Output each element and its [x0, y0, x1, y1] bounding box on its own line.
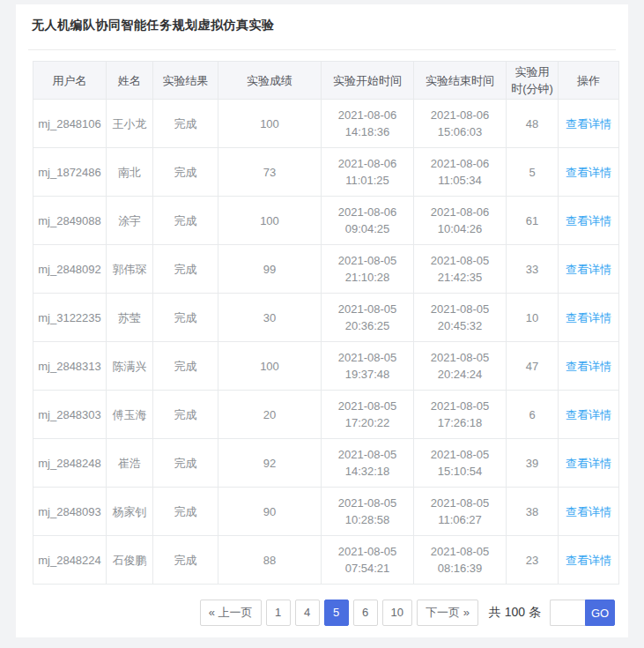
- table-row: mj_2848092 郭伟琛 完成 99 2021-08-05 21:10:28…: [33, 245, 619, 294]
- page-button[interactable]: 1: [266, 600, 291, 626]
- cell-score: 88: [218, 536, 322, 585]
- cell-name: 石俊鹏: [107, 536, 153, 585]
- cell-end-time: 2021-08-05 21:42:35: [414, 245, 507, 294]
- cell-minutes: 23: [507, 536, 559, 585]
- view-detail-link[interactable]: 查看详情: [566, 554, 611, 567]
- view-detail-link[interactable]: 查看详情: [566, 263, 611, 276]
- cell-result: 完成: [153, 439, 218, 488]
- cell-name: 郭伟琛: [107, 245, 153, 294]
- cell-score: 92: [218, 439, 322, 488]
- view-detail-link[interactable]: 查看详情: [566, 505, 611, 518]
- cell-score: 100: [218, 100, 322, 148]
- cell-end-time: 2021-08-05 20:24:24: [414, 342, 507, 391]
- cell-result: 完成: [153, 197, 218, 245]
- view-detail-link[interactable]: 查看详情: [566, 408, 611, 421]
- page-button[interactable]: 下一页 »: [417, 600, 478, 626]
- page-button[interactable]: 5: [324, 600, 349, 626]
- page-button[interactable]: 10: [382, 600, 412, 626]
- cell-username: mj_2848248: [33, 439, 107, 488]
- cell-end-time: 2021-08-05 20:45:32: [414, 294, 507, 342]
- header-row: 用户名 姓名 实验结果 实验成绩 实验开始时间 实验结束时间 实验用时(分钟) …: [33, 62, 619, 100]
- header-score: 实验成绩: [218, 62, 322, 100]
- header-action: 操作: [559, 62, 619, 100]
- cell-name: 王小龙: [107, 100, 153, 148]
- cell-minutes: 5: [507, 148, 559, 197]
- cell-result: 完成: [153, 148, 218, 197]
- content-card: 无人机编队协同智能任务规划虚拟仿真实验 用户名 姓名 实验结果 实验成绩 实验开…: [16, 4, 628, 637]
- table-row: mj_2848224 石俊鹏 完成 88 2021-08-05 07:54:21…: [33, 536, 619, 585]
- cell-username: mj_2848092: [33, 245, 107, 294]
- page-button[interactable]: « 上一页: [200, 600, 262, 626]
- cell-username: mj_3122235: [33, 294, 107, 342]
- view-detail-link[interactable]: 查看详情: [566, 457, 611, 470]
- view-detail-link[interactable]: 查看详情: [566, 166, 611, 179]
- cell-end-time: 2021-08-06 10:04:26: [414, 197, 507, 245]
- cell-start-time: 2021-08-06 14:18:36: [322, 100, 414, 148]
- view-detail-link[interactable]: 查看详情: [566, 311, 611, 324]
- view-detail-link[interactable]: 查看详情: [566, 117, 611, 130]
- view-detail-link[interactable]: 查看详情: [566, 214, 611, 227]
- cell-action: 查看详情: [559, 148, 619, 197]
- total-count-label: 共 100 条: [489, 605, 541, 621]
- table-row: mj_2848313 陈满兴 完成 100 2021-08-05 19:37:4…: [33, 342, 619, 391]
- page-button[interactable]: 6: [353, 600, 378, 626]
- cell-username: mj_2848303: [33, 391, 107, 439]
- cell-score: 100: [218, 342, 322, 391]
- cell-start-time: 2021-08-05 19:37:48: [322, 342, 414, 391]
- cell-name: 陈满兴: [107, 342, 153, 391]
- cell-minutes: 39: [507, 439, 559, 488]
- cell-result: 完成: [153, 536, 218, 585]
- cell-username: mj_2848313: [33, 342, 107, 391]
- title-divider: [28, 49, 616, 50]
- table-body: mj_2848106 王小龙 完成 100 2021-08-06 14:18:3…: [33, 100, 619, 585]
- page-number-input[interactable]: [550, 600, 585, 626]
- cell-end-time: 2021-08-06 15:06:03: [414, 100, 507, 148]
- cell-action: 查看详情: [559, 245, 619, 294]
- cell-action: 查看详情: [559, 488, 619, 536]
- cell-name: 傅玉海: [107, 391, 153, 439]
- cell-score: 99: [218, 245, 322, 294]
- page-button[interactable]: 4: [295, 600, 320, 626]
- header-minutes: 实验用时(分钟): [507, 62, 559, 100]
- cell-name: 苏莹: [107, 294, 153, 342]
- cell-username: mj_2848106: [33, 100, 107, 148]
- cell-username: mj_2849088: [33, 197, 107, 245]
- cell-minutes: 38: [507, 488, 559, 536]
- cell-start-time: 2021-08-05 17:20:22: [322, 391, 414, 439]
- cell-action: 查看详情: [559, 439, 619, 488]
- cell-name: 杨家钊: [107, 488, 153, 536]
- cell-action: 查看详情: [559, 294, 619, 342]
- cell-start-time: 2021-08-05 14:32:18: [322, 439, 414, 488]
- table-header: 用户名 姓名 实验结果 实验成绩 实验开始时间 实验结束时间 实验用时(分钟) …: [33, 62, 619, 100]
- cell-minutes: 33: [507, 245, 559, 294]
- cell-result: 完成: [153, 391, 218, 439]
- cell-end-time: 2021-08-05 11:06:27: [414, 488, 507, 536]
- header-name: 姓名: [107, 62, 153, 100]
- cell-score: 100: [218, 197, 322, 245]
- cell-end-time: 2021-08-05 15:10:54: [414, 439, 507, 488]
- cell-score: 90: [218, 488, 322, 536]
- cell-minutes: 10: [507, 294, 559, 342]
- cell-start-time: 2021-08-05 10:28:58: [322, 488, 414, 536]
- view-detail-link[interactable]: 查看详情: [566, 360, 611, 373]
- cell-action: 查看详情: [559, 391, 619, 439]
- header-start-time: 实验开始时间: [322, 62, 414, 100]
- cell-score: 20: [218, 391, 322, 439]
- cell-score: 73: [218, 148, 322, 197]
- results-table: 用户名 姓名 实验结果 实验成绩 实验开始时间 实验结束时间 实验用时(分钟) …: [33, 61, 619, 585]
- pagination-buttons: « 上一页 1 4 5 6 10 下一页 »: [196, 600, 478, 626]
- cell-start-time: 2021-08-05 20:36:25: [322, 294, 414, 342]
- cell-result: 完成: [153, 342, 218, 391]
- header-result: 实验结果: [153, 62, 218, 100]
- cell-result: 完成: [153, 245, 218, 294]
- page-title: 无人机编队协同智能任务规划虚拟仿真实验: [28, 13, 616, 34]
- cell-end-time: 2021-08-06 11:05:34: [414, 148, 507, 197]
- cell-start-time: 2021-08-05 21:10:28: [322, 245, 414, 294]
- header-end-time: 实验结束时间: [414, 62, 507, 100]
- go-button[interactable]: GO: [585, 600, 615, 626]
- table-row: mj_2848106 王小龙 完成 100 2021-08-06 14:18:3…: [33, 100, 619, 148]
- table-row: mj_1872486 南北 完成 73 2021-08-06 11:01:25 …: [33, 148, 619, 197]
- cell-end-time: 2021-08-05 17:26:18: [414, 391, 507, 439]
- table-row: mj_3122235 苏莹 完成 30 2021-08-05 20:36:25 …: [33, 294, 619, 342]
- header-username: 用户名: [33, 62, 107, 100]
